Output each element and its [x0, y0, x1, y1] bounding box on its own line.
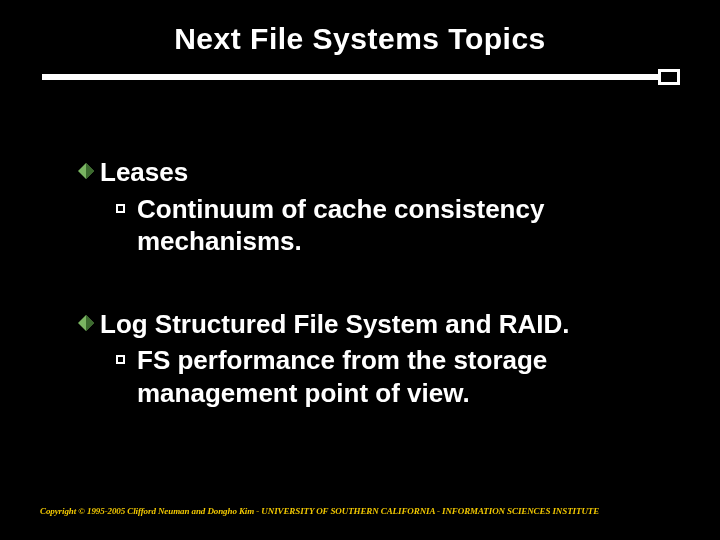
- square-bullet-icon: [116, 355, 125, 364]
- sub-item: Continuum of cache consistency mechanism…: [116, 193, 652, 258]
- topic-heading: Log Structured File System and RAID.: [100, 310, 570, 339]
- topic-heading: Leases: [100, 158, 188, 187]
- diamond-bullet-icon: [78, 310, 98, 336]
- svg-marker-1: [86, 163, 94, 179]
- copyright-footer: Copyright © 1995-2005 Clifford Neuman an…: [40, 506, 599, 516]
- sub-text: Continuum of cache consistency mechanism…: [137, 193, 642, 258]
- svg-marker-3: [86, 315, 94, 331]
- slide: Next File Systems Topics Leases Continuu…: [0, 0, 720, 540]
- title-area: Next File Systems Topics: [40, 0, 680, 56]
- content-area: Leases Continuum of cache consistency me…: [40, 88, 680, 409]
- diamond-bullet-icon: [78, 158, 98, 184]
- underline-endcap: [658, 69, 680, 85]
- topic-item: Log Structured File System and RAID. FS …: [78, 310, 652, 410]
- topic-item: Leases Continuum of cache consistency me…: [78, 158, 652, 258]
- topic-heading-row: Log Structured File System and RAID.: [78, 310, 652, 339]
- square-bullet-icon: [116, 204, 125, 213]
- sub-text: FS performance from the storage manageme…: [137, 344, 642, 409]
- sub-item: FS performance from the storage manageme…: [116, 344, 652, 409]
- slide-title: Next File Systems Topics: [40, 22, 680, 56]
- title-underline: [40, 74, 680, 88]
- underline-bar: [42, 74, 672, 80]
- topic-heading-row: Leases: [78, 158, 652, 187]
